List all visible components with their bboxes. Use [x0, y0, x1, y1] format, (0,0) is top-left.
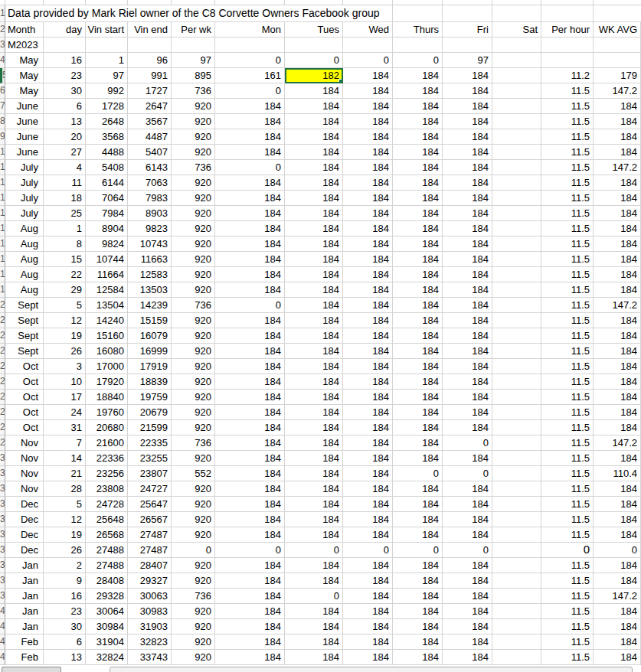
cell-per-wk[interactable]: 920: [172, 405, 215, 420]
cell-vin-start[interactable]: 7984: [86, 206, 128, 221]
scrollbar-thumb-right[interactable]: [110, 667, 633, 672]
cell-sat[interactable]: [492, 543, 541, 558]
cell-mon[interactable]: 184: [215, 221, 285, 237]
cell-tues[interactable]: 184: [285, 145, 343, 160]
cell-day[interactable]: 25: [44, 206, 86, 221]
cell-fri[interactable]: 184: [443, 221, 492, 237]
cell-mon[interactable]: 184: [215, 481, 285, 497]
cell-fri[interactable]: 184: [443, 328, 492, 344]
cell-per-hour[interactable]: 11.5: [541, 481, 594, 497]
cell-vin-start[interactable]: 2648: [86, 114, 128, 129]
cell-thurs[interactable]: 184: [393, 527, 443, 543]
cell-wk-avg[interactable]: 184: [594, 267, 641, 282]
cell-vin-end[interactable]: 14239: [128, 298, 172, 313]
cell-vin-start[interactable]: 21600: [86, 435, 128, 451]
cell-wed[interactable]: 184: [343, 604, 393, 619]
cell-wk-avg[interactable]: 184: [594, 451, 641, 466]
cell-thurs[interactable]: 184: [393, 328, 443, 344]
cell-per-hour[interactable]: 11.5: [541, 558, 594, 573]
cell-month[interactable]: Feb: [5, 634, 44, 650]
cell-mon[interactable]: 184: [215, 527, 285, 543]
cell-empty[interactable]: [128, 38, 172, 53]
cell-wed[interactable]: 184: [343, 313, 393, 328]
cell-vin-start[interactable]: 28408: [86, 573, 128, 589]
cell-fri[interactable]: 0: [443, 466, 492, 481]
cell-tues[interactable]: 184: [285, 558, 343, 573]
cell-mon[interactable]: 0: [215, 83, 285, 99]
cell-vin-end[interactable]: 16079: [128, 328, 172, 344]
cell-wed[interactable]: 184: [343, 634, 393, 650]
row-number-gutter[interactable]: 34: [0, 512, 5, 527]
cell-month[interactable]: Aug: [5, 221, 44, 237]
cell-fri[interactable]: 184: [443, 83, 492, 99]
cell-vin-start[interactable]: 8904: [86, 221, 128, 237]
cell-per-wk[interactable]: 736: [172, 435, 215, 451]
cell-fri[interactable]: 184: [443, 237, 492, 252]
sheet-title-cell[interactable]: Data provided by Mark Riel owner of the …: [5, 5, 641, 22]
cell-per-wk[interactable]: 920: [172, 527, 215, 543]
cell-mon[interactable]: 184: [215, 344, 285, 359]
cell-month[interactable]: Jan: [5, 619, 44, 634]
cell-day[interactable]: 1: [44, 221, 86, 237]
cell-fri[interactable]: 184: [443, 451, 492, 466]
cell-wk-avg[interactable]: 184: [594, 252, 641, 267]
cell-month[interactable]: June: [5, 99, 44, 114]
cell-fri[interactable]: 184: [443, 589, 492, 604]
cell-thurs[interactable]: 184: [393, 344, 443, 359]
cell-per-wk[interactable]: 920: [172, 114, 215, 129]
row-number-gutter[interactable]: 26: [0, 390, 5, 405]
cell-sat[interactable]: [492, 252, 541, 267]
cell-mon[interactable]: 184: [215, 573, 285, 589]
cell-thurs[interactable]: 184: [393, 282, 443, 298]
cell-per-wk[interactable]: 920: [172, 313, 215, 328]
cell-month[interactable]: Oct: [5, 405, 44, 420]
cell-thurs[interactable]: 184: [393, 589, 443, 604]
cell-day[interactable]: 28: [44, 481, 86, 497]
cell-wk-avg[interactable]: 184: [594, 206, 641, 221]
cell-tues[interactable]: 184: [285, 298, 343, 313]
cell-thurs[interactable]: 184: [393, 221, 443, 237]
cell-vin-end[interactable]: 96: [128, 53, 172, 68]
cell-wed[interactable]: 184: [343, 405, 393, 420]
row-number-gutter[interactable]: 21: [0, 313, 5, 328]
cell-tues[interactable]: 184: [285, 191, 343, 206]
cell-wed[interactable]: 184: [343, 68, 393, 83]
cell-per-wk[interactable]: 736: [172, 298, 215, 313]
cell-per-wk[interactable]: 920: [172, 145, 215, 160]
cell-month[interactable]: Aug: [5, 252, 44, 267]
cell-month[interactable]: Aug: [5, 267, 44, 282]
row-number-gutter[interactable]: 41: [0, 619, 5, 634]
cell-tues[interactable]: 0: [285, 543, 343, 558]
cell-sat[interactable]: [492, 83, 541, 99]
cell-tues[interactable]: 184: [285, 573, 343, 589]
cell-wk-avg[interactable]: [594, 53, 641, 68]
cell-vin-end[interactable]: 6143: [128, 160, 172, 175]
cell-month[interactable]: Aug: [5, 237, 44, 252]
cell-wk-avg[interactable]: 184: [594, 420, 641, 435]
cell-sat[interactable]: [492, 237, 541, 252]
cell-per-hour[interactable]: 11.5: [541, 344, 594, 359]
cell-fri[interactable]: 184: [443, 634, 492, 650]
cell-per-hour[interactable]: 11.5: [541, 282, 594, 298]
row-number-gutter[interactable]: 38: [0, 573, 5, 589]
cell-sat[interactable]: [492, 435, 541, 451]
cell-fri[interactable]: 97: [443, 53, 492, 68]
cell-wk-avg[interactable]: 184: [594, 405, 641, 420]
cell-vin-start[interactable]: 19760: [86, 405, 128, 420]
cell-tues[interactable]: 184: [285, 359, 343, 374]
cell-fri[interactable]: 184: [443, 145, 492, 160]
cell-sat[interactable]: [492, 282, 541, 298]
cell-day[interactable]: 19: [44, 527, 86, 543]
cell-vin-start[interactable]: 31904: [86, 634, 128, 650]
cell-mon[interactable]: 184: [215, 206, 285, 221]
cell-vin-end[interactable]: 29327: [128, 573, 172, 589]
cell-per-wk[interactable]: 920: [172, 221, 215, 237]
cell-per-wk[interactable]: 920: [172, 344, 215, 359]
cell-thurs[interactable]: 184: [393, 160, 443, 175]
cell-day[interactable]: 31: [44, 420, 86, 435]
cell-per-hour[interactable]: 11.5: [541, 267, 594, 282]
active-cell[interactable]: 182: [285, 68, 343, 83]
cell-vin-start[interactable]: 29328: [86, 589, 128, 604]
cell-tues[interactable]: 184: [285, 512, 343, 527]
cell-vin-end[interactable]: 21599: [128, 420, 172, 435]
